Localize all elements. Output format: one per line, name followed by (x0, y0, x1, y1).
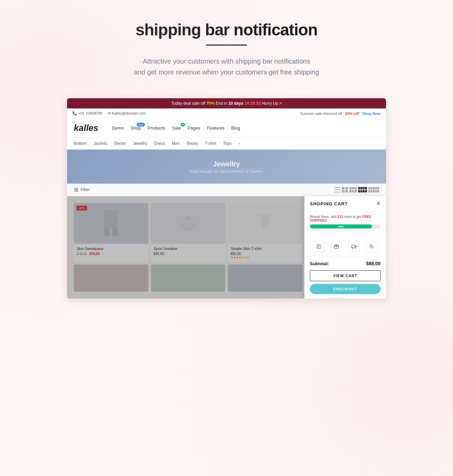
cat-jewellry[interactable]: Jewellry (133, 141, 147, 146)
cat-denim[interactable]: Denim (114, 141, 126, 146)
store-mainnav: kalles Demo Shop New Products Sale ● Pag… (67, 119, 386, 138)
cat-jackets[interactable]: Jackets (94, 141, 107, 146)
shipping-bar-section: Almost there, add $12 more to get FREE S… (304, 211, 386, 231)
nav-item-pages[interactable]: Pages (188, 125, 200, 131)
mockup-wrapper: Today deal sale off 70% End in 10 days 1… (67, 98, 386, 299)
subtotal-label: Subtotal: (310, 261, 329, 266)
cat-dress[interactable]: Dress (154, 141, 165, 146)
cart-footer: Subtotal: $88,00 VIEW CART CHECKOUT ✓Nor… (304, 257, 386, 299)
gift-action-button[interactable] (331, 241, 342, 252)
store-container: Today deal sale off 70% End in 10 days 1… (67, 98, 386, 299)
cart-actions (304, 236, 386, 257)
tag-action-button[interactable] (366, 241, 378, 252)
svg-point-46 (371, 245, 371, 246)
cat-bottom[interactable]: Bottom (74, 141, 87, 146)
svg-point-45 (355, 248, 356, 249)
shipping-icon (351, 244, 357, 249)
trust-badges: ✓Norton G Google Authorize TRUSTe (310, 298, 381, 299)
page-divider (206, 45, 247, 46)
page-header: shipping bar notification Attractive you… (0, 0, 453, 91)
store-logo: kalles (74, 123, 98, 133)
store-topnav: 📞 +01 23458789 ✉ Kalles@domain.com Summe… (67, 108, 386, 119)
cat-tops[interactable]: Tops (223, 141, 232, 146)
nav-item-demo[interactable]: Demo (112, 125, 124, 131)
shipping-progress-fill: 88% (310, 224, 372, 228)
nav-item-blog[interactable]: Blog (231, 125, 240, 131)
store-nav-items: Demo Shop New Products Sale ● Pages Feat… (112, 125, 240, 131)
progress-label: 88% (338, 225, 344, 228)
shop-badge: New (137, 123, 145, 126)
shipping-progress-bar: 88% (310, 224, 381, 228)
cart-subtotal: Subtotal: $88,00 (310, 261, 381, 266)
cat-more[interactable]: › (238, 141, 240, 146)
google-badge: G Google (328, 298, 344, 299)
topnav-right: Summer sale discount off 50% off! Shop N… (300, 112, 381, 116)
note-icon (316, 244, 321, 249)
cat-shoes[interactable]: Shoes (186, 141, 198, 146)
store-filterbar: Filter (67, 184, 386, 196)
nav-item-features[interactable]: Features (207, 125, 224, 131)
cat-tshirt[interactable]: T-shirt (205, 141, 216, 146)
cart-title: SHOPING CART (310, 201, 348, 206)
view-grid-4[interactable] (358, 187, 367, 192)
svg-rect-43 (352, 245, 355, 248)
cart-panel: SHOPING CART ✕ Almost there, add $12 mor… (304, 196, 386, 299)
nav-item-shop[interactable]: Shop New (131, 125, 141, 131)
cart-items-list: Tote Bag Cream Cord $16,00 1 (304, 231, 386, 236)
filter-icon (74, 187, 79, 192)
view-grid-2[interactable] (342, 187, 348, 192)
tag-icon (369, 244, 374, 249)
cart-close-button[interactable]: ✕ (376, 201, 381, 206)
email: ✉ Kalles@domain.com (108, 111, 146, 116)
promo-bar: Today deal sale off 70% End in 10 days 1… (67, 98, 386, 108)
shipping-bar-text: Almost there, add $12 more to get FREE S… (310, 215, 381, 222)
page-subtitle: Attractive your customers with shipping … (107, 56, 346, 78)
nav-item-products[interactable]: Products (148, 125, 165, 131)
topnav-left: 📞 +01 23458789 ✉ Kalles@domain.com (72, 111, 146, 116)
sale-badge: ● (181, 123, 185, 126)
view-grid-3[interactable] (349, 187, 357, 192)
view-list[interactable] (334, 187, 340, 192)
phone: 📞 +01 23458789 (72, 111, 102, 116)
store-catnav: Bottom Jackets Denim Jewellry Dress Men … (67, 138, 386, 150)
store-body: -40% Skin Sweatpans $75,00 $45,00 (67, 196, 386, 299)
cat-men[interactable]: Men (172, 141, 180, 146)
checkout-button[interactable]: CHECKOUT (310, 284, 381, 294)
nav-item-sale[interactable]: Sale ● (172, 125, 181, 131)
gift-icon (334, 244, 339, 249)
page-title: shipping bar notification (7, 20, 446, 39)
cart-header: SHOPING CART ✕ (304, 196, 386, 211)
hero-title: Jewellry (213, 160, 240, 168)
shipping-action-button[interactable] (348, 241, 360, 252)
view-options (334, 187, 379, 192)
view-cart-button[interactable]: VIEW CART (310, 270, 381, 281)
filter-button[interactable]: Filter (74, 187, 90, 192)
cart-item-tote-bag: Tote Bag Cream Cord $16,00 1 (304, 234, 386, 236)
subtotal-value: $88,00 (366, 261, 381, 266)
view-grid-5[interactable] (368, 187, 379, 192)
hero-subtitle: Shop through our latest selection of Jew… (190, 169, 263, 173)
store-hero: Jewellry Shop through our latest selecti… (67, 150, 386, 184)
note-action-button[interactable] (313, 241, 324, 252)
